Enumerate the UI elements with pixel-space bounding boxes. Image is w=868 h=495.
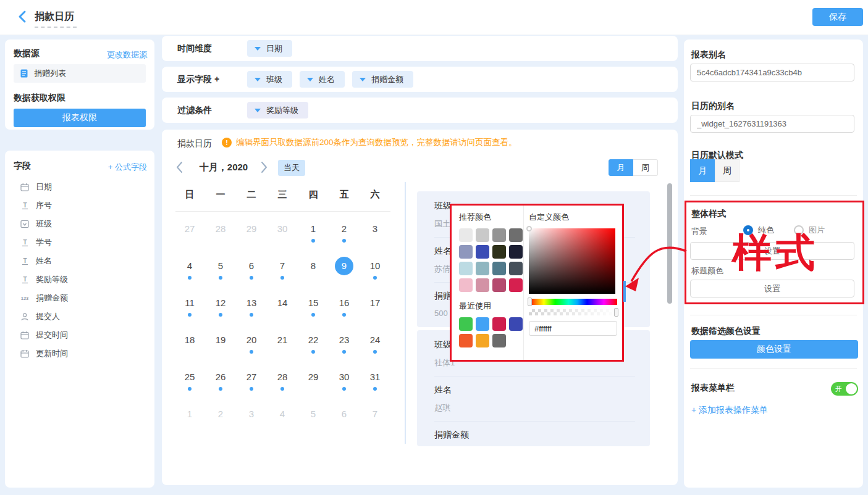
calendar-day-3[interactable]: 3	[360, 215, 390, 252]
calendar-day-2[interactable]: 2	[329, 215, 360, 252]
color-swatch-bcdbe3[interactable]	[459, 262, 473, 275]
color-swatch-3a48b2[interactable]	[509, 317, 523, 331]
calendar-day-1[interactable]: 1	[174, 400, 205, 437]
color-swatch-2e3119[interactable]	[492, 245, 506, 259]
field-item-学号[interactable]: T学号	[5, 233, 154, 252]
color-swatch-3a4cb5[interactable]	[476, 245, 489, 259]
color-swatch-42a2f5[interactable]	[476, 317, 489, 331]
color-swatch-6e6e6e[interactable]	[509, 228, 523, 242]
calendar-day-26[interactable]: 26	[205, 363, 236, 400]
calendar-day-6[interactable]: 6	[329, 400, 360, 437]
calendar-day-13[interactable]: 13	[236, 289, 267, 326]
color-swatch-46505a[interactable]	[509, 262, 523, 275]
solid-color-label[interactable]: 纯色	[758, 225, 774, 236]
calendar-day-22[interactable]: 22	[298, 326, 329, 363]
field-item-奖励等级[interactable]: T奖励等级	[5, 270, 154, 289]
color-swatch-949494[interactable]	[492, 228, 506, 242]
color-swatch-f5a623[interactable]	[476, 334, 489, 347]
calendar-day-16[interactable]: 16	[329, 289, 360, 326]
calendar-day-17[interactable]: 17	[360, 289, 390, 326]
default-mode-week-button[interactable]: 周	[715, 159, 739, 182]
field-tag-奖励等级[interactable]: 奖励等级	[247, 102, 308, 119]
title-color-set-button[interactable]: 设置	[690, 280, 854, 297]
hex-color-input[interactable]	[529, 321, 617, 336]
field-item-姓名[interactable]: T姓名	[5, 252, 154, 270]
image-radio[interactable]	[794, 225, 804, 235]
month-view-button[interactable]: 月	[609, 159, 633, 176]
alpha-slider-thumb[interactable]	[614, 308, 618, 317]
calendar-day-1[interactable]: 1	[298, 215, 329, 252]
color-swatch-e9e9e9[interactable]	[459, 228, 473, 242]
calendar-day-7[interactable]: 7	[267, 252, 298, 289]
calendar-day-25[interactable]: 25	[174, 363, 205, 400]
color-swatch-cf1e4e[interactable]	[492, 317, 506, 331]
color-swatch-d392a5[interactable]	[476, 278, 489, 292]
hue-slider[interactable]	[529, 299, 617, 305]
calendar-day-8[interactable]: 8	[298, 252, 329, 289]
color-swatch-b54a6e[interactable]	[492, 278, 506, 292]
calendar-day-4[interactable]: 4	[267, 400, 298, 437]
calendar-day-12[interactable]: 12	[205, 289, 236, 326]
solid-color-radio[interactable]	[743, 225, 753, 235]
calendar-day-15[interactable]: 15	[298, 289, 329, 326]
calendar-day-11[interactable]: 11	[174, 289, 205, 326]
field-item-提交人[interactable]: 提交人	[5, 307, 154, 326]
hue-slider-thumb[interactable]	[528, 297, 532, 306]
calendar-day-28[interactable]: 28	[205, 215, 236, 252]
field-item-日期[interactable]: 日期	[5, 178, 154, 196]
calendar-day-6[interactable]: 6	[236, 252, 267, 289]
color-swatch-1c1f33[interactable]	[509, 245, 523, 259]
calendar-day-21[interactable]: 21	[267, 326, 298, 363]
calendar-day-10[interactable]: 10	[360, 252, 390, 289]
calendar-day-23[interactable]: 23	[329, 326, 360, 363]
field-tag-班级[interactable]: 班级	[247, 71, 292, 88]
field-item-班级[interactable]: 班级	[5, 215, 154, 233]
calendar-day-31[interactable]: 31	[360, 363, 390, 400]
add-formula-field-link[interactable]: + 公式字段	[108, 162, 147, 173]
add-report-menu-link[interactable]: + 添加报表操作菜单	[691, 405, 768, 416]
default-mode-month-button[interactable]: 月	[690, 159, 715, 182]
calendar-day-5[interactable]: 5	[298, 400, 329, 437]
calendar-day-5[interactable]: 5	[205, 252, 236, 289]
next-month-icon[interactable]	[259, 160, 271, 175]
report-alias-input[interactable]	[690, 64, 854, 81]
field-tag-日期[interactable]: 日期	[247, 40, 292, 57]
calendar-day-27[interactable]: 27	[174, 215, 205, 252]
field-tag-捐赠金额[interactable]: 捐赠金额	[352, 71, 413, 88]
calendar-day-14[interactable]: 14	[267, 289, 298, 326]
field-item-序号[interactable]: T序号	[5, 196, 154, 215]
calendar-day-2[interactable]: 2	[205, 400, 236, 437]
report-permission-button[interactable]: 报表权限	[14, 109, 146, 127]
calendar-day-28[interactable]: 28	[267, 363, 298, 400]
calendar-day-27[interactable]: 27	[236, 363, 267, 400]
today-button[interactable]: 当天	[278, 160, 305, 176]
week-view-button[interactable]: 周	[633, 159, 658, 176]
color-swatch-d6204f[interactable]	[509, 278, 523, 292]
gradient-picker-ring[interactable]	[526, 226, 532, 231]
saturation-gradient[interactable]	[529, 228, 615, 294]
calendar-day-20[interactable]: 20	[236, 326, 267, 363]
records-scrollbar[interactable]	[667, 183, 672, 304]
calendar-day-19[interactable]: 19	[205, 326, 236, 363]
color-swatch-3ec74f[interactable]	[459, 317, 473, 331]
calendar-day-3[interactable]: 3	[236, 400, 267, 437]
field-item-更新时间[interactable]: 更新时间	[5, 344, 154, 363]
color-set-button[interactable]: 颜色设置	[690, 340, 858, 359]
color-swatch-8e97bd[interactable]	[459, 245, 473, 259]
change-datasource-link[interactable]: 更改数据源	[107, 49, 147, 60]
calendar-day-30[interactable]: 30	[329, 363, 360, 400]
calendar-alias-input[interactable]	[690, 115, 854, 133]
save-button[interactable]: 保存	[812, 8, 863, 26]
calendar-day-29[interactable]: 29	[236, 215, 267, 252]
color-swatch-6b6b6b[interactable]	[492, 334, 506, 347]
field-item-提交时间[interactable]: 提交时间	[5, 326, 154, 344]
color-swatch-8fb6c0[interactable]	[476, 262, 489, 275]
calendar-day-24[interactable]: 24	[360, 326, 390, 363]
field-tag-姓名[interactable]: 姓名	[300, 71, 345, 88]
color-swatch-50798a[interactable]	[492, 262, 506, 275]
color-swatch-f2bccb[interactable]	[459, 278, 473, 292]
field-item-捐赠金额[interactable]: 123捐赠金额	[5, 289, 154, 307]
back-icon[interactable]	[16, 10, 30, 23]
calendar-day-4[interactable]: 4	[174, 252, 205, 289]
calendar-day-29[interactable]: 29	[298, 363, 329, 400]
